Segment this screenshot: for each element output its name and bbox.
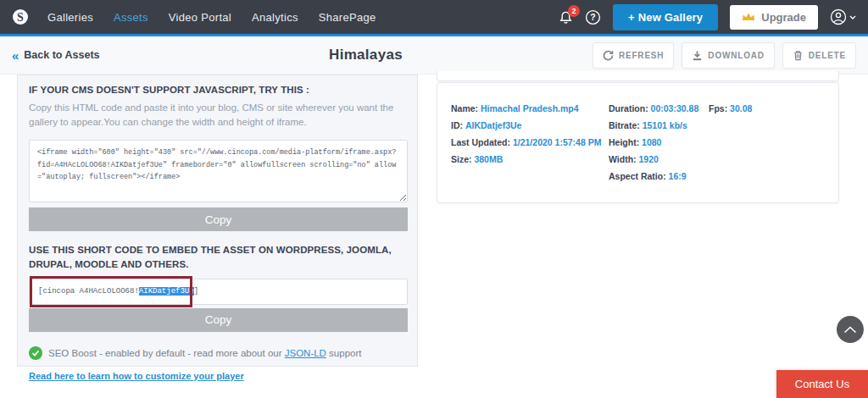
crown-icon — [742, 12, 755, 22]
meta-width-value: 1920 — [638, 154, 658, 164]
meta-size-label: Size: — [451, 154, 472, 164]
delete-label: DELETE — [809, 51, 846, 60]
iframe-embed-heading: IF YOUR CMS DOESN'T SUPPORT JAVASCRIPT, … — [29, 83, 406, 97]
seo-text-after: support — [326, 348, 362, 358]
meta-bitrate: Bitrate: 15101 kb/s — [609, 117, 709, 134]
meta-height-value: 1080 — [642, 137, 661, 147]
notifications-bell-icon[interactable]: 2 — [559, 10, 573, 25]
download-icon — [692, 50, 703, 61]
check-circle-icon — [29, 346, 42, 360]
seo-boost-text: SEO Boost - enabled by default - read mo… — [48, 348, 361, 358]
shortcode-wrap: [cincopa A4HAcLOLOO68!AIKDatjef3Ue] — [29, 279, 408, 305]
shortcode-prefix: [cincopa A4HAcLOLOO68! — [38, 287, 139, 296]
trash-icon — [793, 50, 804, 61]
contact-us-button[interactable]: Contact Us — [776, 370, 868, 398]
cincopa-logo-icon[interactable]: S — [12, 8, 29, 25]
meta-height-label: Height: — [609, 137, 639, 147]
meta-height: Height: 1080 — [609, 134, 709, 151]
asset-details-card: Name: Himachal Pradesh.mp4 ID: AIKDatjef… — [437, 82, 839, 203]
details-column-1: Name: Himachal Pradesh.mp4 ID: AIKDatjef… — [451, 100, 609, 185]
nav-right-cluster: 2 ? + New Gallery Upgrade — [559, 4, 856, 30]
new-gallery-button[interactable]: + New Gallery — [613, 4, 718, 30]
previous-card-bottom-strip — [437, 71, 839, 81]
meta-last-updated-value: 1/21/2020 1:57:48 PM — [513, 137, 602, 147]
scroll-to-top-button[interactable] — [837, 316, 864, 343]
upgrade-label: Upgrade — [761, 11, 806, 24]
meta-aspect-ratio-value: 16:9 — [669, 171, 687, 181]
meta-fps-label: Fps: — [709, 103, 727, 113]
details-column-2: Duration: 00:03:30.88 Bitrate: 15101 kb/… — [609, 100, 709, 185]
meta-id-value: AIKDatjef3Ue — [465, 120, 522, 130]
upgrade-button[interactable]: Upgrade — [730, 5, 818, 30]
shortcode-suffix: ] — [194, 287, 198, 296]
meta-id-label: ID: — [451, 120, 463, 130]
asset-details-columns: Name: Himachal Pradesh.mp4 ID: AIKDatjef… — [451, 100, 825, 185]
nav-item-sharepage[interactable]: SharePage — [319, 11, 376, 24]
header-actions: REFRESH DOWNLOAD DELETE — [593, 42, 856, 69]
meta-fps-value: 30.08 — [730, 103, 752, 113]
meta-aspect-ratio-label: Aspect Ratio: — [609, 171, 666, 181]
top-navbar: S Galleries Assets Video Portal Analytic… — [0, 0, 868, 34]
nav-item-assets[interactable]: Assets — [114, 11, 148, 24]
download-button[interactable]: DOWNLOAD — [682, 42, 774, 69]
chevron-up-icon — [843, 326, 857, 334]
iframe-code-textarea[interactable]: <iframe width="600" height="430" src="//… — [29, 140, 408, 202]
copy-shortcode-button[interactable]: Copy — [29, 308, 408, 332]
svg-text:?: ? — [590, 12, 595, 22]
nav-item-galleries[interactable]: Galleries — [47, 11, 93, 24]
meta-name-value: Himachal Pradesh.mp4 — [481, 103, 579, 113]
meta-name: Name: Himachal Pradesh.mp4 — [451, 100, 609, 117]
page-header-bar: « Back to Assets Himalayas REFRESH DOWNL… — [0, 36, 868, 75]
meta-duration-label: Duration: — [609, 103, 648, 113]
seo-text-before: SEO Boost - enabled by default - read mo… — [48, 348, 285, 358]
meta-last-updated-label: Last Updated: — [451, 137, 510, 147]
user-account-menu[interactable] — [830, 8, 856, 25]
meta-id: ID: AIKDatjef3Ue — [451, 117, 609, 134]
iframe-embed-description: Copy this HTML code and paste it into yo… — [29, 101, 406, 131]
nav-links: Galleries Assets Video Portal Analytics … — [47, 11, 376, 24]
meta-width: Width: 1920 — [609, 151, 709, 168]
seo-boost-row: SEO Boost - enabled by default - read mo… — [29, 346, 406, 360]
svg-text:S: S — [17, 11, 24, 24]
meta-aspect-ratio: Aspect Ratio: 16:9 — [609, 168, 709, 185]
shortcode-heading: USE THIS SHORT CODE TO EMBED THE ASSET O… — [29, 243, 402, 271]
back-to-assets-link[interactable]: « Back to Assets — [12, 49, 139, 62]
customize-player-link[interactable]: Read here to learn how to customize your… — [29, 371, 244, 381]
meta-last-updated: Last Updated: 1/21/2020 1:57:48 PM — [451, 134, 609, 151]
meta-name-label: Name: — [451, 103, 478, 113]
meta-bitrate-label: Bitrate: — [609, 120, 640, 130]
json-ld-link[interactable]: JSON-LD — [285, 348, 326, 358]
back-chevrons-icon: « — [12, 49, 19, 62]
meta-size-value: 380MB — [474, 154, 503, 164]
help-question-icon[interactable]: ? — [585, 9, 601, 25]
meta-width-label: Width: — [609, 154, 637, 164]
meta-duration: Duration: 00:03:30.88 — [609, 100, 709, 117]
avatar-icon — [830, 8, 847, 25]
details-column-3: Fps: 30.08 — [709, 100, 825, 185]
download-label: DOWNLOAD — [708, 51, 764, 60]
meta-size: Size: 380MB — [451, 151, 609, 168]
meta-fps: Fps: 30.08 — [709, 100, 825, 117]
embed-code-panel: IF YOUR CMS DOESN'T SUPPORT JAVASCRIPT, … — [17, 75, 418, 367]
nav-item-video-portal[interactable]: Video Portal — [169, 11, 231, 24]
refresh-label: REFRESH — [619, 51, 664, 60]
meta-duration-value: 00:03:30.88 — [651, 103, 699, 113]
page-title: Himalayas — [139, 47, 593, 64]
notifications-count-badge: 2 — [568, 5, 580, 17]
copy-iframe-button[interactable]: Copy — [29, 207, 408, 231]
back-label: Back to Assets — [24, 49, 99, 61]
chevron-down-icon — [849, 15, 856, 19]
refresh-button[interactable]: REFRESH — [593, 42, 674, 69]
shortcode-input[interactable]: [cincopa A4HAcLOLOO68!AIKDatjef3Ue] — [29, 279, 408, 305]
delete-button[interactable]: DELETE — [782, 42, 856, 69]
refresh-icon — [603, 50, 614, 61]
nav-item-analytics[interactable]: Analytics — [252, 11, 298, 24]
meta-bitrate-value: 15101 kb/s — [643, 120, 687, 130]
shortcode-selected-text: AIKDatjef3Ue — [139, 287, 194, 296]
